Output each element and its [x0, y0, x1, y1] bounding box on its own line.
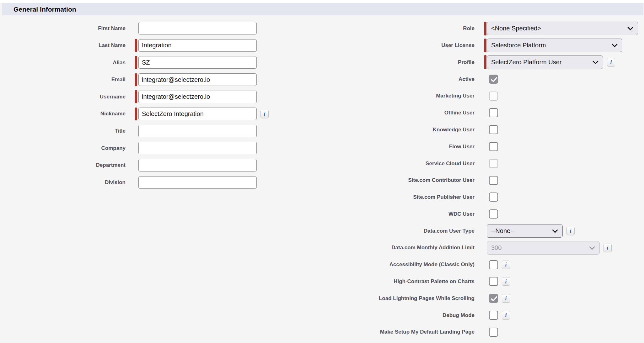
- info-icon[interactable]: i: [607, 58, 615, 66]
- required-marker: [135, 56, 137, 69]
- division-input[interactable]: [138, 176, 257, 189]
- field-control: [135, 39, 257, 52]
- field-label: Debug Mode: [336, 312, 475, 319]
- field-row: Offline User: [336, 104, 644, 121]
- info-icon[interactable]: i: [502, 261, 510, 269]
- debug-mode-checkbox[interactable]: [489, 311, 498, 320]
- required-marker: [135, 90, 137, 103]
- profile-select[interactable]: SelectZero Platform User: [487, 55, 603, 69]
- nickname-input[interactable]: [138, 108, 257, 120]
- wdc-user-checkbox[interactable]: [489, 209, 498, 219]
- info-icon[interactable]: i: [502, 277, 510, 286]
- field-row: Department: [0, 157, 330, 174]
- field-row: Alias: [0, 54, 330, 71]
- active-checkbox: [489, 75, 498, 84]
- field-label: Nickname: [0, 111, 126, 117]
- department-input[interactable]: [138, 159, 257, 172]
- service-cloud-user-checkbox: [489, 159, 498, 168]
- field-control: [484, 325, 498, 339]
- field-label: Data.com User Type: [336, 228, 475, 234]
- user-license-select[interactable]: Salesforce Platform: [487, 39, 622, 52]
- field-label: Alias: [0, 60, 126, 66]
- field-label: Site.com Publisher User: [336, 194, 475, 200]
- select-value: Salesforce Platform: [491, 42, 546, 49]
- field-row: Username: [0, 88, 330, 105]
- field-control: i: [484, 258, 510, 272]
- right-column: Role <None Specified> User License Sales…: [336, 20, 644, 340]
- username-input[interactable]: [138, 91, 257, 103]
- field-row: Load Lightning Pages While Scrolling i: [336, 290, 644, 307]
- field-label: First Name: [0, 25, 126, 32]
- field-row: Marketing User: [336, 87, 644, 104]
- offline-user-checkbox[interactable]: [489, 108, 498, 117]
- field-control: [484, 190, 498, 204]
- field-label: Marketing User: [336, 93, 475, 99]
- field-row: Site.com Publisher User: [336, 189, 644, 206]
- field-control: [135, 142, 257, 155]
- field-label: Last Name: [0, 42, 126, 49]
- field-control: [484, 173, 498, 187]
- title-input[interactable]: [138, 125, 257, 137]
- info-icon[interactable]: i: [260, 110, 269, 118]
- field-control: [135, 159, 257, 172]
- field-control: [484, 140, 498, 153]
- first-name-input[interactable]: [138, 22, 257, 34]
- data-com-user-type-select[interactable]: --None--: [487, 224, 563, 238]
- field-label: WDC User: [336, 211, 475, 217]
- field-label: Company: [0, 145, 126, 151]
- field-label: High-Contrast Palette on Charts: [336, 278, 475, 285]
- field-row: Service Cloud User: [336, 155, 644, 172]
- left-column: First Name Last Name Alias Email Usernam…: [0, 20, 330, 191]
- site-com-contributor-user-checkbox[interactable]: [489, 176, 498, 185]
- field-row: Data.com User Type --None-- i: [336, 223, 644, 240]
- field-row: Debug Mode i: [336, 307, 644, 324]
- info-icon[interactable]: i: [502, 311, 510, 319]
- field-row: User License Salesforce Platform: [336, 37, 644, 54]
- company-input[interactable]: [138, 142, 257, 154]
- field-control: [484, 156, 498, 170]
- field-row: Make Setup My Default Landing Page: [336, 324, 644, 340]
- field-label: Title: [0, 128, 126, 134]
- field-row: Title: [0, 123, 330, 140]
- field-row: Nickname i: [0, 105, 330, 123]
- required-marker: [484, 39, 486, 52]
- select-value: SelectZero Platform User: [491, 59, 562, 66]
- flow-user-checkbox[interactable]: [489, 142, 498, 151]
- field-control: [135, 73, 257, 86]
- field-row: Active: [336, 71, 644, 87]
- field-row: WDC User: [336, 206, 644, 223]
- make-setup-my-default-landing-page-checkbox[interactable]: [489, 328, 498, 337]
- field-control: [135, 56, 257, 69]
- field-row: Knowledge User: [336, 121, 644, 138]
- knowledge-user-checkbox[interactable]: [489, 125, 498, 134]
- info-icon[interactable]: i: [566, 227, 575, 235]
- field-row: First Name: [0, 20, 330, 37]
- field-control: Salesforce Platform: [484, 39, 622, 52]
- field-label: Make Setup My Default Landing Page: [336, 329, 475, 335]
- field-row: Company: [0, 140, 330, 157]
- last-name-input[interactable]: [138, 39, 257, 52]
- field-control: i: [135, 108, 269, 120]
- field-control: i: [484, 292, 510, 305]
- accessibility-mode-classic-only-checkbox[interactable]: [489, 260, 498, 269]
- field-row: Profile SelectZero Platform User i: [336, 54, 644, 71]
- info-icon[interactable]: i: [604, 244, 612, 252]
- general-information-section-header: General Information: [2, 3, 643, 15]
- field-control: <None Specified>: [484, 22, 638, 35]
- field-row: Division: [0, 174, 330, 191]
- alias-input[interactable]: [138, 56, 257, 69]
- select-value: --None--: [491, 227, 514, 235]
- field-label: Username: [0, 94, 126, 100]
- info-icon[interactable]: i: [502, 294, 510, 303]
- required-marker: [135, 39, 137, 52]
- high-contrast-palette-on-charts-checkbox[interactable]: [489, 277, 498, 286]
- email-input[interactable]: [138, 73, 257, 86]
- user-edit-page: General Information First Name Last Name…: [0, 0, 644, 343]
- role-select[interactable]: <None Specified>: [487, 22, 638, 35]
- chevron-down-icon: [627, 25, 633, 30]
- field-control: [484, 106, 498, 120]
- site-com-publisher-user-checkbox[interactable]: [489, 193, 498, 202]
- required-marker: [135, 73, 137, 86]
- chevron-down-icon: [612, 42, 617, 47]
- field-row: Email: [0, 71, 330, 88]
